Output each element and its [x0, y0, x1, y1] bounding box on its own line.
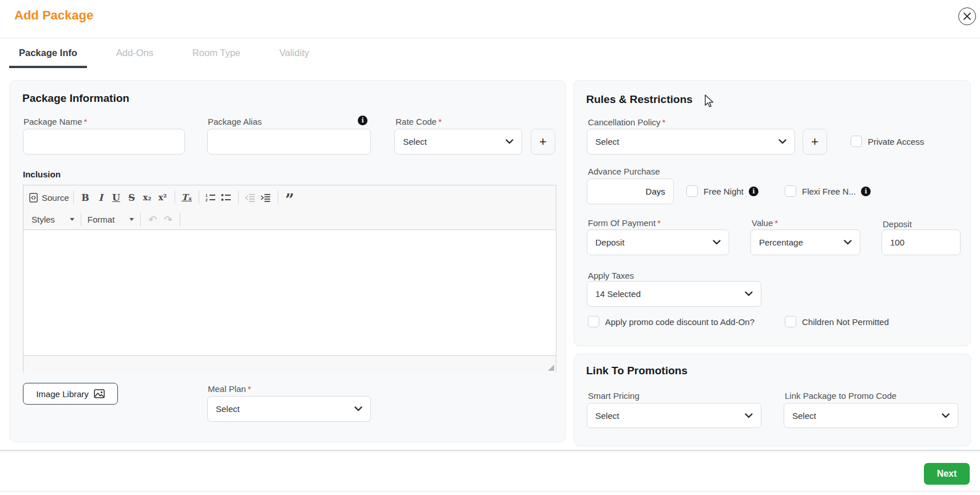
add-package-modal: Add Package Package Info Add-Ons Room Ty…	[0, 0, 980, 495]
next-button[interactable]: Next	[924, 463, 970, 485]
free-night-info-icon[interactable]: i	[749, 187, 758, 196]
header-divider	[0, 38, 980, 38]
source-icon[interactable]: Source	[29, 193, 69, 203]
strikethrough-icon[interactable]: S	[124, 190, 140, 205]
editor-toolbar-row1: Source B I U S x₂ x² Tₓ 12	[23, 185, 556, 209]
outdent-icon[interactable]	[243, 190, 258, 205]
chevron-down-icon	[713, 240, 721, 245]
required-mark: *	[657, 218, 661, 228]
superscript-icon[interactable]: x²	[155, 190, 171, 205]
page-title: Add Package	[14, 8, 93, 23]
close-icon[interactable]	[958, 7, 976, 25]
styles-dropdown[interactable]: Styles	[29, 215, 77, 224]
image-library-button[interactable]: Image Library	[23, 383, 118, 405]
free-night-checkbox[interactable]	[686, 185, 698, 197]
cancellation-policy-label: Cancellation Policy*	[588, 117, 666, 127]
private-access-checkbox[interactable]	[851, 136, 862, 147]
advance-purchase-suffix: Days	[646, 187, 665, 196]
promo-discount-addon-label: Apply promo code discount to Add-On?	[605, 317, 754, 327]
indent-icon[interactable]	[258, 190, 274, 205]
format-dropdown[interactable]: Format	[85, 215, 137, 224]
form-of-payment-select[interactable]: Deposit	[587, 229, 729, 255]
meal-plan-select[interactable]: Select	[207, 396, 371, 422]
inclusion-editor: Source B I U S x₂ x² Tₓ 12	[23, 185, 556, 373]
section-heading-promotions: Link To Promotions	[586, 365, 687, 377]
tab-room-type[interactable]: Room Type	[183, 39, 250, 68]
bulleted-list-icon[interactable]	[219, 190, 234, 205]
form-of-payment-label: Form Of Payment*	[588, 218, 661, 228]
undo-icon[interactable]: ↶	[145, 212, 160, 227]
add-rate-code-button[interactable]: +	[531, 129, 555, 155]
blockquote-icon[interactable]: ”	[282, 190, 298, 205]
toolbar-separator	[175, 191, 175, 204]
editor-footer	[23, 355, 556, 373]
link-promo-code-label: Link Package to Promo Code	[785, 391, 896, 401]
caret-down-icon	[70, 218, 74, 221]
package-information-card: Package Information Package Name* Packag…	[10, 80, 566, 442]
link-promo-code-select[interactable]: Select	[784, 403, 958, 428]
subscript-icon[interactable]: x₂	[140, 190, 155, 205]
flexi-free-night-checkbox[interactable]	[785, 185, 796, 197]
footer-divider	[0, 450, 980, 451]
add-cancellation-policy-button[interactable]: +	[803, 129, 827, 155]
required-mark: *	[774, 218, 778, 228]
chevron-down-icon	[505, 139, 513, 144]
smart-pricing-label: Smart Pricing	[588, 391, 639, 401]
toolbar-separator	[278, 191, 278, 204]
svg-text:1: 1	[206, 193, 208, 197]
tab-add-ons[interactable]: Add-Ons	[106, 39, 163, 68]
package-alias-input[interactable]	[207, 129, 371, 155]
deposit-label: Deposit	[883, 219, 912, 229]
section-heading-package-information: Package Information	[22, 92, 129, 105]
footer-divider-inner	[0, 452, 980, 452]
package-alias-label: Package Alias	[208, 117, 262, 126]
chevron-down-icon	[354, 406, 362, 411]
image-icon	[94, 389, 105, 398]
advance-purchase-label: Advance Purchase	[588, 167, 660, 176]
promo-discount-addon-checkbox[interactable]	[588, 316, 599, 327]
apply-taxes-label: Apply Taxes	[588, 271, 634, 280]
link-to-promotions-card: Link To Promotions Smart Pricing Select …	[574, 354, 971, 446]
resize-handle[interactable]	[548, 365, 554, 371]
cancellation-policy-select[interactable]: Select	[587, 129, 795, 155]
private-access-label: Private Access	[868, 137, 924, 146]
italic-icon[interactable]: I	[93, 190, 109, 205]
tab-validity[interactable]: Validity	[270, 39, 319, 68]
children-not-permitted-label: Children Not Permitted	[802, 317, 889, 327]
inclusion-label: Inclusion	[23, 169, 61, 179]
apply-taxes-select[interactable]: 14 Selected	[587, 281, 761, 307]
chevron-down-icon	[745, 291, 753, 296]
numbered-list-icon[interactable]: 12	[203, 190, 219, 205]
free-night-label: Free Night i	[704, 187, 758, 196]
smart-pricing-select[interactable]: Select	[587, 403, 761, 428]
flexi-free-night-info-icon[interactable]: i	[861, 187, 871, 196]
editor-content[interactable]	[23, 230, 556, 355]
meal-plan-label: Meal Plan*	[208, 384, 251, 394]
remove-format-icon[interactable]: Tₓ	[179, 190, 195, 205]
caret-down-icon	[129, 218, 134, 221]
package-name-input[interactable]	[23, 129, 185, 155]
toolbar-separator	[81, 213, 81, 227]
svg-text:2: 2	[206, 198, 208, 202]
chevron-down-icon	[844, 240, 852, 245]
tab-package-info[interactable]: Package Info	[9, 39, 87, 68]
children-not-permitted-checkbox[interactable]	[785, 316, 796, 327]
required-mark: *	[84, 117, 88, 126]
value-select[interactable]: Percentage	[750, 229, 860, 255]
rate-code-select[interactable]: Select	[394, 129, 522, 155]
value-label: Value*	[752, 218, 778, 228]
redo-icon[interactable]: ↷	[160, 212, 176, 227]
chevron-down-icon	[745, 413, 753, 418]
advance-purchase-input[interactable]	[593, 181, 645, 201]
toolbar-separator	[140, 213, 141, 227]
deposit-input[interactable]	[882, 229, 961, 255]
underline-icon[interactable]: U	[109, 190, 124, 205]
required-mark: *	[438, 117, 442, 126]
rate-code-label: Rate Code*	[396, 117, 442, 126]
toolbar-separator	[238, 191, 239, 204]
chevron-down-icon	[942, 413, 950, 418]
flexi-free-night-label: Flexi Free N... i	[802, 187, 871, 196]
package-alias-info-icon[interactable]: i	[358, 116, 368, 125]
chevron-down-icon	[779, 139, 787, 144]
bold-icon[interactable]: B	[78, 190, 93, 205]
